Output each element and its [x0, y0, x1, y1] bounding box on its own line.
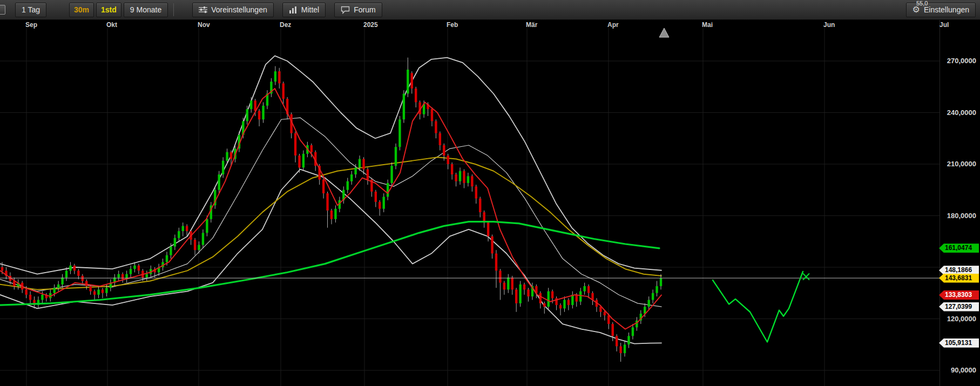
sliders-icon — [199, 6, 207, 13]
presets-button[interactable]: Voreinstellungen — [192, 3, 274, 17]
window-grid-icon[interactable] — [0, 5, 5, 15]
forum-icon — [341, 6, 350, 14]
chart-grid — [0, 28, 941, 386]
presets-label: Voreinstellungen — [211, 5, 267, 14]
toolbar-separator — [173, 3, 174, 16]
timeframe-1hour-button[interactable]: 1std — [96, 3, 121, 17]
bollinger-upper-line — [0, 56, 661, 274]
gear-icon: ⚙ — [913, 5, 920, 14]
chart-canvas[interactable] — [0, 0, 980, 386]
timeframe-1hour-label: 1std — [101, 5, 117, 14]
bollinger-lower-line — [0, 170, 661, 344]
timeframe-1day-label: 1 Tag — [22, 5, 40, 14]
timeframe-30min-button[interactable]: 30m — [69, 3, 94, 17]
timeframe-30min-label: 30m — [74, 5, 89, 14]
drawing-x-marker[interactable] — [803, 274, 809, 280]
chart-marker-icon[interactable] — [659, 28, 669, 37]
toolbar: 1 Tag 30m 1std 9 Monate Voreinstellungen… — [0, 0, 980, 20]
indicators-label: Mittel — [301, 5, 319, 14]
forum-label: Forum — [354, 5, 375, 14]
timeframe-1day-button[interactable]: 1 Tag — [15, 3, 46, 17]
range-9months-label: 9 Monate — [130, 5, 161, 14]
range-9months-button[interactable]: 9 Monate — [124, 3, 168, 17]
ma50-line — [0, 157, 661, 289]
trend-drawing[interactable] — [713, 272, 803, 342]
settings-label: Einstellungen — [924, 5, 969, 14]
price-axis[interactable] — [940, 20, 980, 386]
forum-button[interactable]: Forum — [334, 3, 382, 17]
chart-bars-icon — [289, 6, 298, 13]
stray-indicator-value: 55,0 — [916, 0, 928, 6]
indicators-button[interactable]: Mittel — [282, 3, 326, 17]
